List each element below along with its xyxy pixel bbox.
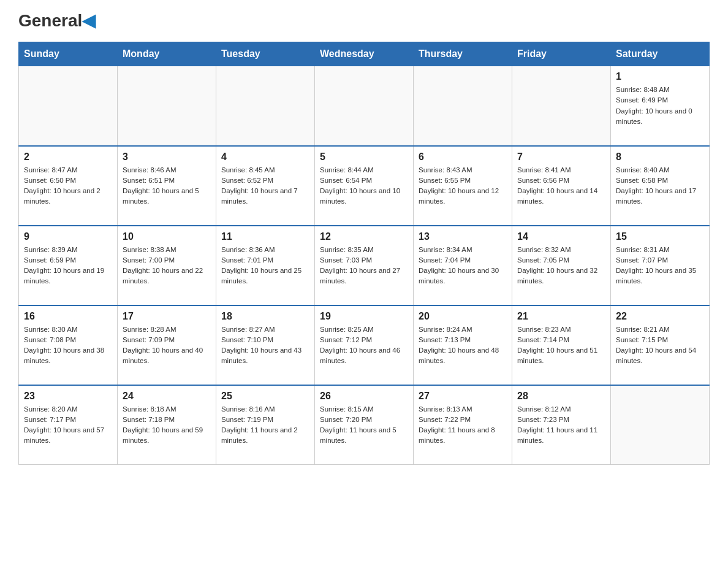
- table-row: 2Sunrise: 8:47 AMSunset: 6:50 PMDaylight…: [19, 146, 118, 226]
- day-info: Sunrise: 8:32 AMSunset: 7:05 PMDaylight:…: [517, 245, 605, 287]
- table-row: 16Sunrise: 8:30 AMSunset: 7:08 PMDayligh…: [19, 305, 118, 385]
- day-info: Sunrise: 8:24 AMSunset: 7:13 PMDaylight:…: [419, 324, 507, 367]
- day-info: Sunrise: 8:39 AMSunset: 6:59 PMDaylight:…: [24, 245, 112, 287]
- day-number: 25: [221, 391, 309, 402]
- day-info: Sunrise: 8:23 AMSunset: 7:14 PMDaylight:…: [517, 324, 605, 367]
- day-number: 27: [419, 391, 507, 402]
- day-number: 19: [320, 311, 408, 322]
- day-number: 11: [221, 231, 309, 242]
- table-row: 15Sunrise: 8:31 AMSunset: 7:07 PMDayligh…: [611, 226, 710, 305]
- day-number: 24: [123, 391, 211, 402]
- day-number: 10: [123, 231, 211, 242]
- weekday-header-row: Sunday Monday Tuesday Wednesday Thursday…: [19, 42, 710, 66]
- day-number: 9: [24, 231, 112, 242]
- day-number: 26: [320, 391, 408, 402]
- day-info: Sunrise: 8:16 AMSunset: 7:19 PMDaylight:…: [221, 404, 309, 446]
- day-info: Sunrise: 8:25 AMSunset: 7:12 PMDaylight:…: [320, 324, 408, 367]
- day-info: Sunrise: 8:40 AMSunset: 6:58 PMDaylight:…: [616, 165, 704, 207]
- logo-general-text: General◀: [18, 12, 96, 29]
- table-row: 19Sunrise: 8:25 AMSunset: 7:12 PMDayligh…: [315, 305, 414, 385]
- day-number: 15: [616, 231, 704, 242]
- table-row: [118, 66, 216, 146]
- table-row: 14Sunrise: 8:32 AMSunset: 7:05 PMDayligh…: [512, 226, 611, 305]
- logo: General◀: [18, 12, 96, 29]
- day-number: 6: [419, 151, 507, 163]
- table-row: 23Sunrise: 8:20 AMSunset: 7:17 PMDayligh…: [19, 385, 118, 465]
- day-info: Sunrise: 8:35 AMSunset: 7:03 PMDaylight:…: [320, 245, 408, 287]
- calendar-week-row: 23Sunrise: 8:20 AMSunset: 7:17 PMDayligh…: [19, 385, 710, 465]
- day-number: 7: [517, 151, 605, 163]
- day-number: 4: [221, 151, 309, 163]
- day-number: 21: [517, 311, 605, 322]
- day-number: 8: [616, 151, 704, 163]
- table-row: 26Sunrise: 8:15 AMSunset: 7:20 PMDayligh…: [315, 385, 414, 465]
- day-info: Sunrise: 8:41 AMSunset: 6:56 PMDaylight:…: [517, 165, 605, 207]
- header-tuesday: Tuesday: [216, 42, 315, 66]
- day-info: Sunrise: 8:47 AMSunset: 6:50 PMDaylight:…: [24, 165, 112, 207]
- table-row: 12Sunrise: 8:35 AMSunset: 7:03 PMDayligh…: [315, 226, 414, 305]
- calendar-week-row: 2Sunrise: 8:47 AMSunset: 6:50 PMDaylight…: [19, 146, 710, 226]
- header-monday: Monday: [118, 42, 216, 66]
- table-row: 21Sunrise: 8:23 AMSunset: 7:14 PMDayligh…: [512, 305, 611, 385]
- day-info: Sunrise: 8:38 AMSunset: 7:00 PMDaylight:…: [123, 245, 211, 287]
- header-thursday: Thursday: [414, 42, 512, 66]
- table-row: [315, 66, 414, 146]
- header-saturday: Saturday: [611, 42, 710, 66]
- table-row: 7Sunrise: 8:41 AMSunset: 6:56 PMDaylight…: [512, 146, 611, 226]
- table-row: 13Sunrise: 8:34 AMSunset: 7:04 PMDayligh…: [414, 226, 512, 305]
- table-row: 25Sunrise: 8:16 AMSunset: 7:19 PMDayligh…: [216, 385, 315, 465]
- table-row: [512, 66, 611, 146]
- day-info: Sunrise: 8:44 AMSunset: 6:54 PMDaylight:…: [320, 165, 408, 207]
- table-row: 3Sunrise: 8:46 AMSunset: 6:51 PMDaylight…: [118, 146, 216, 226]
- table-row: 8Sunrise: 8:40 AMSunset: 6:58 PMDaylight…: [611, 146, 710, 226]
- table-row: [611, 385, 710, 465]
- day-info: Sunrise: 8:31 AMSunset: 7:07 PMDaylight:…: [616, 245, 704, 287]
- page-header: General◀: [18, 12, 710, 29]
- calendar-table: Sunday Monday Tuesday Wednesday Thursday…: [18, 42, 710, 465]
- header-friday: Friday: [512, 42, 611, 66]
- day-info: Sunrise: 8:12 AMSunset: 7:23 PMDaylight:…: [517, 404, 605, 446]
- day-number: 14: [517, 231, 605, 242]
- day-number: 28: [517, 391, 605, 402]
- table-row: 24Sunrise: 8:18 AMSunset: 7:18 PMDayligh…: [118, 385, 216, 465]
- calendar-week-row: 9Sunrise: 8:39 AMSunset: 6:59 PMDaylight…: [19, 226, 710, 305]
- day-info: Sunrise: 8:20 AMSunset: 7:17 PMDaylight:…: [24, 404, 112, 446]
- day-info: Sunrise: 8:48 AMSunset: 6:49 PMDaylight:…: [616, 85, 704, 127]
- day-number: 3: [123, 151, 211, 163]
- calendar-week-row: 16Sunrise: 8:30 AMSunset: 7:08 PMDayligh…: [19, 305, 710, 385]
- day-number: 5: [320, 151, 408, 163]
- header-wednesday: Wednesday: [315, 42, 414, 66]
- day-info: Sunrise: 8:13 AMSunset: 7:22 PMDaylight:…: [419, 404, 507, 446]
- day-info: Sunrise: 8:34 AMSunset: 7:04 PMDaylight:…: [419, 245, 507, 287]
- table-row: 10Sunrise: 8:38 AMSunset: 7:00 PMDayligh…: [118, 226, 216, 305]
- day-info: Sunrise: 8:30 AMSunset: 7:08 PMDaylight:…: [24, 324, 112, 367]
- day-number: 20: [419, 311, 507, 322]
- table-row: 18Sunrise: 8:27 AMSunset: 7:10 PMDayligh…: [216, 305, 315, 385]
- day-number: 16: [24, 311, 112, 322]
- day-info: Sunrise: 8:15 AMSunset: 7:20 PMDaylight:…: [320, 404, 408, 446]
- day-number: 23: [24, 391, 112, 402]
- table-row: 20Sunrise: 8:24 AMSunset: 7:13 PMDayligh…: [414, 305, 512, 385]
- table-row: 1Sunrise: 8:48 AMSunset: 6:49 PMDaylight…: [611, 66, 710, 146]
- calendar-week-row: 1Sunrise: 8:48 AMSunset: 6:49 PMDaylight…: [19, 66, 710, 146]
- day-info: Sunrise: 8:36 AMSunset: 7:01 PMDaylight:…: [221, 245, 309, 287]
- day-info: Sunrise: 8:45 AMSunset: 6:52 PMDaylight:…: [221, 165, 309, 207]
- table-row: [19, 66, 118, 146]
- table-row: 9Sunrise: 8:39 AMSunset: 6:59 PMDaylight…: [19, 226, 118, 305]
- logo-arrow-icon: ◀: [82, 11, 96, 30]
- day-number: 17: [123, 311, 211, 322]
- table-row: 27Sunrise: 8:13 AMSunset: 7:22 PMDayligh…: [414, 385, 512, 465]
- day-info: Sunrise: 8:18 AMSunset: 7:18 PMDaylight:…: [123, 404, 211, 446]
- table-row: 28Sunrise: 8:12 AMSunset: 7:23 PMDayligh…: [512, 385, 611, 465]
- day-info: Sunrise: 8:21 AMSunset: 7:15 PMDaylight:…: [616, 324, 704, 367]
- day-info: Sunrise: 8:27 AMSunset: 7:10 PMDaylight:…: [221, 324, 309, 367]
- header-sunday: Sunday: [19, 42, 118, 66]
- table-row: 6Sunrise: 8:43 AMSunset: 6:55 PMDaylight…: [414, 146, 512, 226]
- table-row: 11Sunrise: 8:36 AMSunset: 7:01 PMDayligh…: [216, 226, 315, 305]
- day-number: 22: [616, 311, 704, 322]
- table-row: [414, 66, 512, 146]
- table-row: 22Sunrise: 8:21 AMSunset: 7:15 PMDayligh…: [611, 305, 710, 385]
- table-row: [216, 66, 315, 146]
- day-number: 12: [320, 231, 408, 242]
- day-number: 18: [221, 311, 309, 322]
